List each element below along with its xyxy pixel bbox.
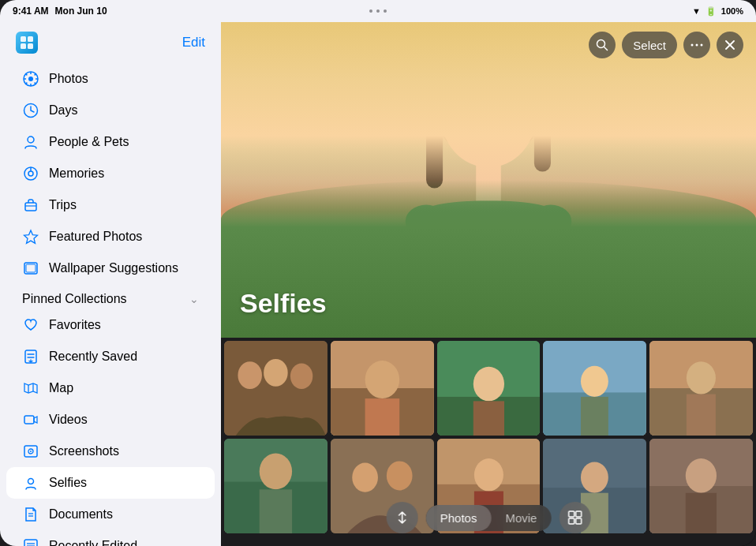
grid-view-button[interactable] bbox=[559, 502, 590, 533]
svg-point-15 bbox=[28, 136, 34, 143]
sidebar-label-documents: Documents bbox=[49, 507, 113, 522]
tab-group: Photos Movie bbox=[426, 505, 552, 531]
more-options-button[interactable] bbox=[683, 32, 710, 58]
sidebar-label-people: People & Pets bbox=[49, 135, 129, 149]
select-button[interactable]: Select bbox=[622, 32, 677, 58]
sidebar-label-recently-edited: Recently Edited bbox=[49, 539, 137, 546]
svg-line-10 bbox=[25, 73, 27, 75]
photos-tab[interactable]: Photos bbox=[426, 505, 492, 531]
favorites-icon bbox=[22, 316, 39, 334]
svg-rect-71 bbox=[581, 397, 608, 436]
sidebar-label-map: Map bbox=[49, 381, 73, 395]
sidebar-item-selfies[interactable]: Selfies bbox=[6, 467, 215, 499]
featured-photos-icon bbox=[22, 228, 39, 245]
sidebar-label-videos: Videos bbox=[49, 413, 88, 427]
movie-tab[interactable]: Movie bbox=[491, 505, 551, 531]
hero-image: Selfies bbox=[221, 22, 756, 338]
sidebar-item-featured-photos[interactable]: Featured Photos bbox=[6, 221, 215, 252]
battery-icon: 🔋 bbox=[705, 6, 717, 17]
svg-rect-2 bbox=[21, 43, 26, 49]
svg-rect-67 bbox=[473, 401, 503, 436]
svg-point-43 bbox=[691, 44, 694, 47]
sidebar-item-videos[interactable]: Videos bbox=[6, 404, 215, 436]
map-icon bbox=[22, 380, 39, 397]
hero-title: Selfies bbox=[240, 288, 327, 319]
edit-button[interactable]: Edit bbox=[182, 35, 205, 50]
status-left: 9:41 AM Mon Jun 10 bbox=[13, 6, 107, 17]
svg-rect-97 bbox=[568, 518, 574, 524]
svg-rect-95 bbox=[568, 511, 574, 517]
sidebar-item-screenshots[interactable]: Screenshots bbox=[6, 436, 215, 467]
photo-thumb-10[interactable] bbox=[649, 439, 753, 533]
sidebar-item-documents[interactable]: Documents bbox=[6, 499, 215, 530]
sort-button[interactable] bbox=[387, 502, 418, 533]
trips-icon bbox=[22, 196, 39, 214]
photo-thumb-5[interactable] bbox=[649, 341, 753, 436]
pinned-collections-title: Pinned Collections bbox=[22, 292, 127, 306]
svg-rect-0 bbox=[21, 36, 26, 42]
svg-marker-21 bbox=[24, 230, 38, 243]
sidebar-item-recently-saved[interactable]: Recently Saved bbox=[6, 341, 215, 372]
sidebar-item-days[interactable]: Days bbox=[6, 95, 215, 126]
svg-rect-98 bbox=[575, 518, 581, 524]
memories-icon bbox=[22, 165, 39, 182]
status-time: 9:41 AM bbox=[13, 6, 49, 17]
sidebar-label-recently-saved: Recently Saved bbox=[49, 350, 137, 364]
search-button[interactable] bbox=[589, 32, 616, 58]
sidebar-label-screenshots: Screenshots bbox=[49, 444, 119, 458]
chevron-down-icon: ⌄ bbox=[189, 293, 199, 305]
sidebar-item-map[interactable]: Map bbox=[6, 372, 215, 404]
photo-thumb-3[interactable] bbox=[437, 341, 541, 436]
sidebar-item-memories[interactable]: Memories bbox=[6, 158, 215, 189]
ipad-frame: 9:41 AM Mon Jun 10 ▼ 🔋 100% bbox=[0, 0, 756, 546]
svg-line-13 bbox=[25, 83, 27, 84]
sidebar-label-featured: Featured Photos bbox=[49, 230, 142, 244]
sidebar-label-wallpaper: Wallpaper Suggestions bbox=[49, 261, 178, 275]
svg-rect-19 bbox=[25, 203, 36, 211]
svg-rect-63 bbox=[365, 398, 399, 436]
status-date: Mon Jun 10 bbox=[55, 6, 107, 17]
battery-pct: 100% bbox=[721, 6, 743, 16]
photo-thumb-4[interactable] bbox=[543, 341, 646, 436]
photo-thumb-2[interactable] bbox=[331, 341, 434, 436]
people-icon bbox=[22, 133, 39, 151]
svg-point-58 bbox=[264, 359, 288, 387]
dot2 bbox=[376, 9, 380, 13]
sidebar-item-trips[interactable]: Trips bbox=[6, 189, 215, 221]
sidebar-item-people-pets[interactable]: People & Pets bbox=[6, 126, 215, 158]
sidebar-item-recently-edited[interactable]: Recently Edited bbox=[6, 530, 215, 546]
selfies-icon bbox=[22, 474, 39, 492]
svg-rect-23 bbox=[26, 264, 36, 272]
pinned-collections-header[interactable]: Pinned Collections ⌄ bbox=[6, 284, 215, 309]
svg-rect-34 bbox=[24, 540, 37, 546]
status-bar: 9:41 AM Mon Jun 10 ▼ 🔋 100% bbox=[0, 0, 756, 22]
svg-point-81 bbox=[352, 463, 378, 492]
svg-point-85 bbox=[473, 458, 503, 491]
videos-icon bbox=[22, 411, 39, 428]
sidebar-header: Edit bbox=[0, 22, 221, 60]
photo-thumb-1[interactable] bbox=[224, 341, 327, 436]
content-toolbar: Select bbox=[589, 32, 743, 58]
svg-point-30 bbox=[30, 451, 32, 452]
svg-point-78 bbox=[260, 454, 292, 490]
sidebar-item-favorites[interactable]: Favorites bbox=[6, 309, 215, 341]
wallpaper-icon bbox=[22, 260, 39, 277]
content-area: Select bbox=[221, 22, 756, 546]
sidebar-label-memories: Memories bbox=[49, 166, 104, 181]
svg-line-12 bbox=[35, 73, 36, 75]
photo-row-1 bbox=[224, 341, 753, 436]
photo-thumb-6[interactable] bbox=[224, 439, 327, 533]
sidebar-label-favorites: Favorites bbox=[49, 318, 101, 332]
close-button[interactable] bbox=[717, 32, 743, 58]
sidebar-item-photos[interactable]: Photos bbox=[6, 63, 215, 95]
svg-rect-27 bbox=[24, 416, 34, 424]
sidebar-item-wallpaper[interactable]: Wallpaper Suggestions bbox=[6, 252, 215, 284]
svg-point-5 bbox=[28, 77, 33, 81]
app-icon bbox=[16, 32, 38, 54]
svg-point-62 bbox=[365, 361, 399, 398]
sidebar-label-photos: Photos bbox=[49, 72, 88, 86]
sidebar-label-selfies: Selfies bbox=[49, 476, 87, 490]
svg-point-74 bbox=[687, 361, 716, 394]
days-icon bbox=[22, 102, 39, 119]
dot3 bbox=[384, 9, 387, 13]
